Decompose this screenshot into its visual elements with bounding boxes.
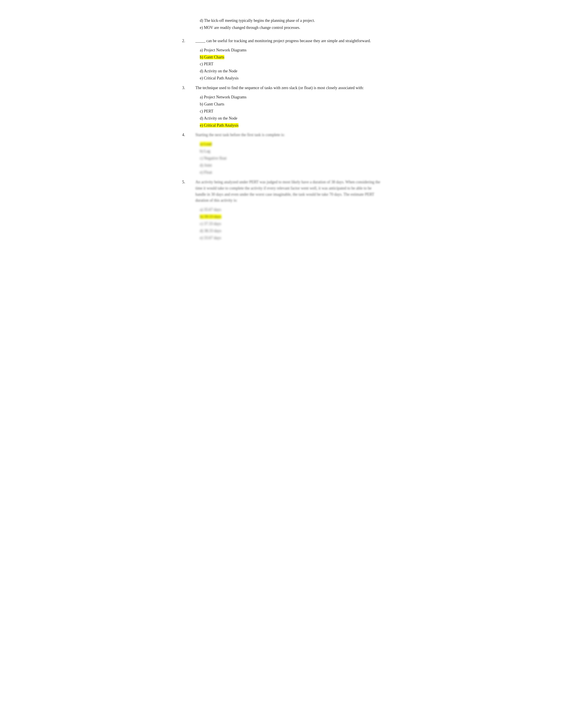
question-text-2: _____ can be useful for tracking and mon… (195, 38, 381, 44)
intro-line-e: e) MOV are readily changed through chang… (200, 25, 381, 31)
option-2-4: e) Critical Path Analysis (200, 75, 381, 81)
option-2-2: c) PERT (200, 61, 381, 67)
question-content-5: An activity being analyzed under PERT wa… (195, 179, 381, 242)
question-text-5: An activity being analyzed under PERT wa… (195, 179, 381, 204)
option-4-1: b) Lag (200, 148, 381, 154)
option-2-3: d) Activity on the Node (200, 68, 381, 74)
intro-line-d: d) The kick-off meeting typically begins… (200, 18, 381, 24)
option-5-3: d) 38.33 days (200, 228, 381, 234)
question-content-2: _____ can be useful for tracking and mon… (195, 38, 381, 82)
question-num-4: 4. (182, 132, 195, 176)
option-4-4: e) Float (200, 169, 381, 176)
option-2-0: a) Project Network Diagrams (200, 47, 381, 53)
question-2: 2._____ can be useful for tracking and m… (182, 38, 381, 82)
question-4: 4.Starting the next task before the firs… (182, 132, 381, 176)
page: d) The kick-off meeting typically begins… (182, 18, 381, 242)
question-num-2: 2. (182, 38, 195, 82)
option-4-3: d) Joint (200, 162, 381, 169)
questions-container: 2._____ can be useful for tracking and m… (182, 38, 381, 242)
question-num-3: 3. (182, 85, 195, 129)
option-5-1: b) 39.33 days (200, 214, 381, 220)
options-3: a) Project Network Diagramsb) Gantt Char… (195, 94, 381, 128)
options-5: a) 35.67 daysb) 39.33 daysc) 37.33 daysd… (195, 207, 381, 241)
intro-lines: d) The kick-off meeting typically begins… (182, 18, 381, 31)
option-4-2: c) Negative float (200, 155, 381, 161)
question-5: 5.An activity being analyzed under PERT … (182, 179, 381, 242)
option-3-4: e) Critical Path Analysis (200, 122, 381, 129)
question-content-3: The technique used to find the sequence … (195, 85, 381, 129)
option-3-2: c) PERT (200, 108, 381, 114)
options-4: a) Leadb) Lagc) Negative floatd) Jointe)… (195, 141, 381, 175)
question-text-3: The technique used to find the sequence … (195, 85, 381, 91)
question-text-4: Starting the next task before the first … (195, 132, 381, 138)
options-2: a) Project Network Diagramsb) Gantt Char… (195, 47, 381, 81)
option-3-3: d) Activity on the Node (200, 115, 381, 122)
question-content-4: Starting the next task before the first … (195, 132, 381, 176)
option-5-2: c) 37.33 days (200, 221, 381, 227)
question-num-5: 5. (182, 179, 195, 242)
option-2-1: b) Gantt Charts (200, 54, 381, 60)
option-4-0: a) Lead (200, 141, 381, 147)
option-3-1: b) Gantt Charts (200, 101, 381, 107)
option-5-0: a) 35.67 days (200, 207, 381, 213)
question-3: 3.The technique used to find the sequenc… (182, 85, 381, 129)
option-5-4: e) 33.67 days (200, 235, 381, 241)
option-3-0: a) Project Network Diagrams (200, 94, 381, 100)
